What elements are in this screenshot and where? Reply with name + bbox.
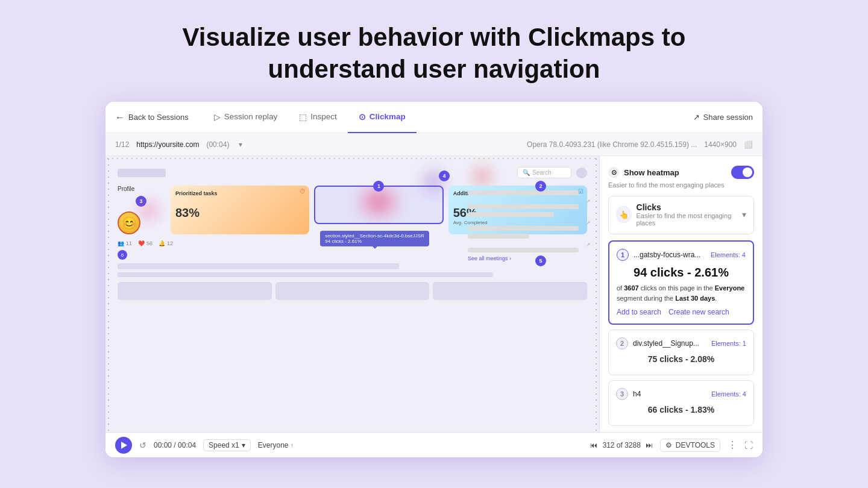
back-arrow-icon: ← — [115, 112, 125, 123]
clicks-section: 👆 Clicks Easier to find the most engagin… — [608, 196, 754, 234]
stat-people: 👥 11 — [118, 240, 132, 246]
screen-icon: ⬜ — [744, 140, 753, 149]
clicks-title-row: 👆 Clicks Easier to find the most engagin… — [616, 202, 742, 227]
element-item-3: 3 h4 Elements: 4 66 clicks - 1.83% — [608, 380, 754, 426]
segment-indicator-icon: ↑ — [291, 442, 294, 448]
show-heatmap-text: Show heatmap — [624, 168, 679, 177]
browser-window: ← Back to Sessions ▷ Session replay ⬚ In… — [105, 102, 763, 457]
progress-info: ⏮ 312 of 3288 ⏭ — [590, 441, 652, 449]
prev-icon[interactable]: ⏮ — [590, 441, 597, 449]
search-placeholder: Search — [532, 169, 552, 176]
heart-icon: ❤️ — [138, 240, 145, 246]
clicks-title: Clicks — [637, 202, 742, 212]
devtools-button[interactable]: ⚙ DEVTOOLS — [660, 439, 720, 452]
clicks-chevron-icon[interactable]: ▾ — [742, 210, 746, 219]
meeting-bar-2 — [468, 204, 579, 209]
element-1-left: 1 ...gatsby-focus-wra... — [617, 249, 700, 261]
address-chevron-icon: ▾ — [239, 140, 242, 149]
show-heatmap-sub: Easier to find the most engaging places — [608, 181, 754, 189]
search-icon-mock: 🔍 — [523, 169, 530, 176]
marker-5: 5 — [535, 255, 546, 266]
mock-header: 4 🔍 Search — [118, 167, 587, 178]
resolution: 1440×900 — [704, 140, 737, 149]
replay-icon[interactable]: ↺ — [139, 440, 146, 450]
see-all-meetings[interactable]: See all meetings › — [468, 255, 591, 261]
nav-bar: ← Back to Sessions ▷ Session replay ⬚ In… — [105, 102, 763, 133]
playback-time: 00:00 / 00:04 — [154, 441, 196, 449]
marker-4: 4 — [439, 170, 450, 181]
element-3-stat: 66 clicks - 1.83% — [616, 405, 746, 414]
share-icon: ↗ — [693, 113, 700, 122]
session-number: 1/12 — [115, 140, 129, 149]
nav-tabs: ▷ Session replay ⬚ Inspect ⊙ Clickmap — [203, 102, 684, 133]
element-1-segment: Everyone — [715, 284, 745, 292]
clicks-title-text: Clicks Easier to find the most engaging … — [637, 202, 742, 227]
bottom-bar-item-2 — [275, 282, 430, 300]
more-options-button[interactable]: ⋮ — [728, 439, 737, 451]
fullscreen-button[interactable]: ⛶ — [744, 440, 753, 450]
show-heatmap-label: ⊙ Show heatmap — [608, 167, 679, 178]
element-1-link[interactable]: Elements: 4 — [711, 251, 746, 258]
tab-inspect-label: Inspect — [310, 112, 337, 121]
hero-title: Visualize user behavior with Clickmaps t… — [163, 0, 705, 97]
clicks-header: 👆 Clicks Easier to find the most engagin… — [616, 202, 746, 227]
element-item-2: 2 div.styled__Signup... Elements: 1 75 c… — [608, 330, 754, 375]
mock-logo — [118, 169, 166, 177]
share-session-button[interactable]: ↗ Share session — [693, 113, 753, 122]
bottom-bar-item-1 — [118, 282, 272, 300]
card-bg — [315, 187, 442, 223]
back-to-sessions-button[interactable]: ← Back to Sessions — [115, 112, 189, 123]
right-sidebar: ⊙ Show heatmap Easier to find the most e… — [600, 156, 763, 432]
tab-inspect[interactable]: ⬚ Inspect — [288, 102, 348, 133]
tooltip-stat: 94 clicks - 2.61% — [325, 239, 424, 244]
segment-label: Everyone — [258, 441, 289, 449]
heatmap-toggle[interactable] — [731, 166, 754, 179]
page-url: https://yoursite.com — [136, 140, 199, 149]
element-1-stat: 94 clicks - 2.61% — [617, 266, 746, 280]
element-3-left: 3 h4 — [616, 388, 641, 400]
bottom-bar-tall — [118, 263, 399, 269]
arrow-icon-2: ↗ — [586, 220, 591, 226]
meeting-bar-5 — [468, 234, 529, 239]
element-2-num: 2 — [616, 337, 628, 349]
devtools-label: DEVTOOLS — [676, 441, 715, 449]
element-3-link[interactable]: Elements: 4 — [711, 390, 746, 398]
tooltip-selector: section.styled__Section-sc-4kdc3d-0.bseJ… — [325, 233, 424, 239]
stat-heart-val: 56 — [146, 240, 153, 246]
next-icon[interactable]: ⏭ — [646, 441, 653, 449]
segment-selector[interactable]: Everyone ↑ — [258, 441, 294, 449]
clickmap-icon: ⊙ — [359, 112, 366, 122]
dots-border-top — [105, 156, 599, 161]
element-2-stat: 75 clicks - 2.08% — [616, 354, 746, 364]
clicks-sub: Easier to find the most engaging places — [637, 212, 742, 227]
marker-3: 3 — [136, 196, 146, 207]
element-1-num: 1 — [617, 249, 629, 261]
meeting-bar-4 — [468, 226, 579, 231]
bottom-bars-row — [118, 282, 587, 300]
arrow-icon-1: ↗ — [586, 198, 591, 204]
stat-people-val: 11 — [126, 240, 132, 246]
speed-selector[interactable]: Speed x1 ▾ — [203, 439, 251, 451]
create-new-search-link[interactable]: Create new search — [668, 308, 729, 316]
speed-label: Speed x1 — [209, 441, 239, 449]
browser-info: Opera 78.0.4093.231 (like Chrome 92.0.45… — [527, 140, 697, 149]
session-panel: 4 🔍 Search Profile 3 — [105, 156, 600, 432]
card-priority-pct: 83% — [175, 206, 304, 220]
tab-session-replay-label: Session replay — [224, 112, 278, 121]
timer-icon: ⏱ — [300, 188, 306, 195]
element-2-selector: div.styled__Signup... — [633, 339, 699, 348]
playback-bar: ↺ 00:00 / 00:04 Speed x1 ▾ Everyone ↑ ⏮ … — [105, 432, 763, 457]
share-label: Share session — [703, 113, 753, 122]
tab-session-replay[interactable]: ▷ Session replay — [203, 102, 289, 133]
website-mock: 4 🔍 Search Profile 3 — [105, 161, 599, 306]
main-content: 4 🔍 Search Profile 3 — [105, 156, 763, 432]
element-3-header: 3 h4 Elements: 4 — [616, 388, 746, 400]
element-1-actions: Add to search Create new search — [617, 308, 746, 316]
add-to-search-link[interactable]: Add to search — [617, 308, 661, 316]
marker-2: 2 — [535, 181, 546, 192]
card-priority: Prioritized tasks ⏱ 83% — [171, 186, 309, 234]
play-button[interactable] — [115, 437, 132, 454]
card-priority-title: Prioritized tasks — [175, 190, 304, 196]
tab-clickmap[interactable]: ⊙ Clickmap — [348, 102, 417, 133]
element-2-link[interactable]: Elements: 1 — [711, 340, 746, 347]
